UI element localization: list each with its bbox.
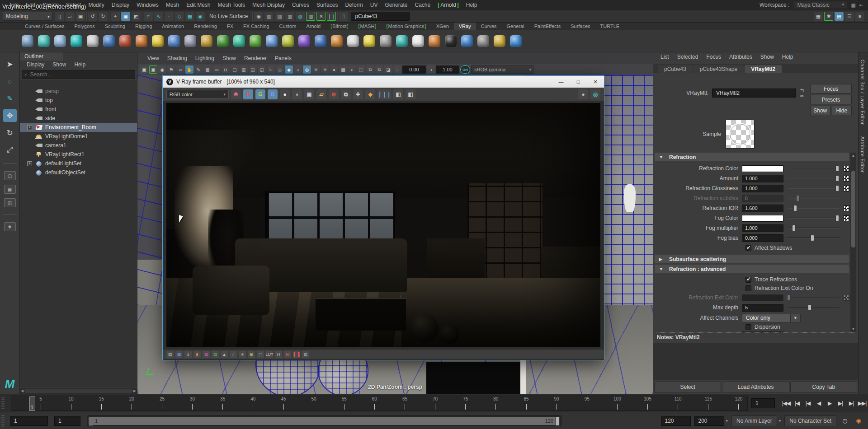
squiggle-yellow-icon[interactable]	[281, 34, 295, 48]
paint-settings-icon[interactable]: ✕	[316, 12, 326, 21]
ior-field[interactable]: 1.600	[742, 205, 783, 212]
select-hierarchy-icon[interactable]: ⌖	[111, 12, 120, 21]
outliner-item[interactable]: + VRayLightRect1	[20, 150, 137, 159]
sphere-gray-icon[interactable]	[184, 34, 197, 48]
outliner-item[interactable]: + camera1	[20, 141, 137, 150]
ae-node-tab[interactable]: pCube43	[658, 65, 693, 73]
outliner-item[interactable]: + Enviaronment_Room	[20, 123, 137, 132]
attribute-editor-icon[interactable]: ▤	[835, 12, 844, 21]
layout-persp-outliner-button[interactable]: ◫	[4, 198, 16, 207]
select-object-icon[interactable]: ▣	[121, 12, 130, 21]
wrench-yellow-icon[interactable]	[493, 34, 506, 48]
flower-teal-icon[interactable]	[232, 34, 246, 48]
select-button[interactable]: Select	[654, 382, 721, 392]
material-sample-swatch[interactable]	[726, 120, 755, 149]
grass-green-icon[interactable]	[249, 34, 262, 48]
menu-item[interactable]: Display	[108, 2, 133, 8]
humanik-icon[interactable]: ✱	[824, 12, 833, 21]
rgb-squares-icon[interactable]: ▦	[203, 351, 210, 358]
maximize-button[interactable]: □	[570, 76, 587, 88]
channel-select[interactable]: RGB color	[166, 90, 229, 99]
panel-menu-item[interactable]: Shading	[164, 55, 191, 61]
texture-map-button[interactable]	[844, 166, 849, 172]
range-inner[interactable]: 1 120	[89, 417, 560, 425]
fog-color-slider[interactable]	[788, 214, 840, 222]
ae-scrollbar[interactable]: ▲ ▼	[850, 153, 856, 332]
animation-end-field[interactable]: 200	[694, 416, 724, 426]
menu-item[interactable]: Mesh Tools	[214, 2, 249, 8]
shelf-tab[interactable]: PaintEffects	[529, 23, 566, 30]
statusline-icon[interactable]	[142, 12, 142, 21]
shelf-tab[interactable]: FX Caching	[238, 23, 274, 30]
shelf-tab[interactable]: Rigging	[130, 23, 157, 30]
menu-item[interactable]: Windows	[133, 2, 162, 8]
duplicate-buffer-icon[interactable]: ⧉	[341, 89, 351, 99]
scroll-down-icon[interactable]: ▼	[850, 326, 856, 332]
lut-icon[interactable]: LUT	[266, 351, 273, 358]
xray-joints-icon[interactable]: ⧉	[375, 65, 383, 74]
chevron-down-icon[interactable]: ▾	[726, 419, 728, 423]
ior-slider[interactable]	[788, 205, 840, 212]
rendered-image[interactable]	[166, 103, 600, 347]
scrollbar-track[interactable]	[24, 389, 132, 393]
expand-plus-icon[interactable]: +	[27, 161, 32, 166]
shelf-tab[interactable]: Curves	[476, 23, 502, 30]
shelf-tab[interactable]: Polygons	[69, 23, 99, 30]
refraction-color-swatch[interactable]	[742, 165, 783, 172]
refraction-color-slider[interactable]	[788, 165, 840, 172]
menu-set-select[interactable]: Modeling	[3, 12, 52, 21]
menu-item[interactable]: Curves	[288, 2, 313, 8]
shaded-icon[interactable]: ◆	[285, 65, 293, 74]
channel-bars-icon[interactable]: ▤	[212, 351, 219, 358]
outliner-item[interactable]: + persp	[20, 87, 137, 96]
safe-action-icon[interactable]: ◲	[249, 65, 257, 74]
green-channel-icon[interactable]: G	[255, 89, 265, 99]
menu-item[interactable]: Edit Mesh	[183, 2, 214, 8]
menu-item[interactable]: Modify	[85, 2, 108, 8]
fog-multiplier-field[interactable]: 1.000	[742, 224, 783, 232]
go-to-start-button[interactable]: |◀◀	[781, 398, 791, 408]
max-depth-field[interactable]: 5	[742, 304, 783, 312]
depth-peel-icon[interactable]: ◐	[348, 65, 356, 74]
outliner-search[interactable]: ⌕ Search...	[22, 70, 135, 79]
shelf-tab[interactable]: Arnold	[301, 23, 326, 30]
shelf-tab[interactable]: Animation	[157, 23, 189, 30]
outliner-item[interactable]: + top	[20, 96, 137, 105]
layout-presets-button[interactable]: ❖	[4, 222, 16, 231]
notes-page-icon[interactable]	[53, 34, 67, 48]
menu-item[interactable]: Help	[462, 2, 481, 8]
snap-projected-icon[interactable]: ◇	[175, 12, 184, 21]
exposure-icon[interactable]: ◌	[393, 65, 401, 74]
shelf-tab[interactable]: Curves / Surfaces	[20, 23, 69, 30]
menu-item[interactable]: UV	[367, 2, 382, 8]
go-to-end-button[interactable]: ▶▶|	[857, 398, 867, 408]
anim-layer-select[interactable]: No Anim Layer	[731, 415, 777, 426]
scroll-left-icon[interactable]: ◀	[21, 389, 24, 393]
outliner-menu-item[interactable]: Show	[49, 61, 69, 68]
quick-selection-field[interactable]: pCube43	[351, 12, 410, 21]
play-backwards-button[interactable]: ◀	[814, 398, 824, 408]
grid-gray-icon[interactable]	[476, 34, 490, 48]
show-button[interactable]: Show	[810, 106, 830, 115]
select-tool[interactable]: ➤	[3, 58, 17, 70]
outliner-hscrollbar[interactable]: ◀ ▶	[20, 388, 137, 394]
panel-menu-item[interactable]: View	[144, 55, 163, 61]
outliner-item[interactable]: + defaultLightSet	[20, 159, 137, 168]
image-icon[interactable]: ▣	[248, 351, 255, 358]
orb-purple-icon[interactable]	[297, 34, 311, 48]
load-image-icon[interactable]: ▱	[316, 89, 326, 99]
save-scene-icon[interactable]: ▣	[76, 12, 85, 21]
snap-plane-icon[interactable]: ▦	[185, 12, 194, 21]
step-back-frame-button[interactable]: |◀	[792, 398, 802, 408]
correction-a-icon[interactable]: ◧	[393, 89, 403, 99]
outliner-menu-item[interactable]: Display	[24, 61, 47, 68]
vfb-titlebar[interactable]: V V-Ray frame buffer - [100% of 960 x 54…	[163, 76, 604, 88]
collapse-icon[interactable]: ⇤	[859, 2, 863, 8]
step-forward-frame-button[interactable]: ▶|	[846, 398, 856, 408]
checker-gray-icon[interactable]	[379, 34, 392, 48]
attribute-editor-vertical-tab[interactable]: Attribute Editor	[860, 132, 865, 177]
step-forward-key-button[interactable]: ▶|	[835, 398, 845, 408]
compare-icon[interactable]: ⋈	[284, 351, 291, 358]
refraction-exit-color-on-checkbox[interactable]	[745, 285, 751, 291]
anim-prefs-clock-icon[interactable]: ◷	[840, 416, 850, 426]
